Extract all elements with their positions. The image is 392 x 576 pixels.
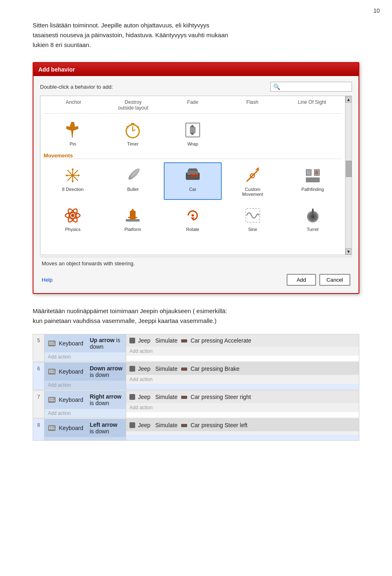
- jeep-icon-5: [129, 338, 135, 343]
- svg-rect-73: [51, 370, 52, 371]
- keyboard-icon-6: [48, 368, 56, 375]
- behavior-timer[interactable]: Timer: [104, 117, 162, 150]
- scrollbar-track: [345, 103, 352, 248]
- jeep-label-8: Jeep: [138, 422, 150, 428]
- wrap-label: Wrap: [187, 141, 198, 146]
- svg-rect-83: [49, 398, 50, 399]
- action-col-8: Jeep Simulate Car pressing Steer left: [126, 419, 359, 440]
- condition-add-7[interactable]: Add action: [45, 409, 126, 418]
- svg-rect-63: [52, 342, 53, 343]
- svg-point-25: [129, 168, 140, 178]
- scrollbar-thumb[interactable]: [346, 161, 352, 177]
- bullet-label: Bullet: [127, 187, 138, 192]
- behavior-scrollbar[interactable]: ▲ ▼: [345, 96, 352, 255]
- condition-main-7[interactable]: Keyboard Right arrow is down: [45, 391, 126, 409]
- svg-rect-62: [51, 342, 52, 343]
- event-row-8: 8 Keyboard: [33, 419, 359, 441]
- physics-label: Physics: [65, 227, 80, 232]
- scrollbar-down-button[interactable]: ▼: [345, 248, 352, 255]
- action-col-5: Jeep Simulate Car pressing Accelerate Ad…: [126, 334, 359, 361]
- condition-main-6[interactable]: Keyboard Down arrow is down: [45, 363, 126, 381]
- svg-rect-77: [53, 372, 55, 373]
- behavior-platform[interactable]: Platform: [104, 202, 162, 235]
- svg-marker-28: [187, 168, 198, 171]
- svg-rect-75: [49, 372, 50, 373]
- behavior-car[interactable]: Car: [164, 162, 222, 200]
- action-add-7[interactable]: Add action: [126, 403, 359, 412]
- turret-icon: [303, 206, 323, 225]
- action-add-8[interactable]: [126, 431, 359, 435]
- svg-rect-82: [49, 397, 55, 402]
- pin-label: Pin: [69, 141, 76, 146]
- svg-point-46: [71, 214, 74, 217]
- behavior-rotate[interactable]: Rotate: [164, 202, 222, 235]
- action-main-6[interactable]: Jeep Simulate Car pressing Brake: [126, 363, 359, 375]
- condition-add-6[interactable]: Add action: [45, 381, 126, 390]
- events-table: 5 Keyboard: [33, 334, 359, 441]
- svg-rect-96: [52, 426, 53, 428]
- condition-col-5: Keyboard Up arrow is down Add action: [45, 334, 126, 361]
- dialog-titlebar: Add behavior: [33, 63, 359, 76]
- page-number: 10: [373, 7, 380, 14]
- svg-rect-84: [51, 398, 52, 399]
- sine-label: Sine: [248, 227, 257, 232]
- svg-rect-72: [49, 370, 50, 371]
- svg-line-17: [73, 175, 78, 181]
- svg-rect-98: [51, 428, 53, 429]
- action-main-7[interactable]: Jeep Simulate Car pressing Steer right: [126, 391, 359, 403]
- svg-rect-86: [49, 400, 50, 401]
- turret-label: Turret: [307, 227, 318, 232]
- behavior-wrap[interactable]: Wrap: [164, 117, 222, 150]
- behavior-pathfinding[interactable]: B Pathfinding: [283, 162, 342, 200]
- behavior-custom-movement[interactable]: CustomMovement: [223, 162, 282, 200]
- condition-main-8[interactable]: Keyboard Left arrow is down: [45, 419, 126, 437]
- svg-rect-87: [51, 400, 53, 401]
- 8direction-label: 8 Direction: [62, 187, 84, 192]
- dialog-title: Add behavior: [38, 66, 75, 73]
- condition-add-8[interactable]: [45, 437, 126, 440]
- action-behavior-6: Car pressing Brake: [191, 365, 240, 372]
- behavior-pin[interactable]: Pin: [44, 117, 102, 150]
- jeep-icon-7: [129, 394, 135, 400]
- intro-paragraph: Sitten lisätään toiminnot. Jeepille auto…: [33, 20, 359, 50]
- scrollbar-up-button[interactable]: ▲: [345, 96, 352, 103]
- condition-add-5[interactable]: Add action: [45, 352, 126, 361]
- action-add-6[interactable]: Add action: [126, 375, 359, 384]
- condition-text-6: Down arrow is down: [90, 365, 122, 378]
- condition-col-8: Keyboard Left arrow is down: [45, 419, 126, 440]
- jeep-label-7: Jeep: [138, 394, 150, 400]
- jeep-label-5: Jeep: [138, 337, 150, 344]
- car-behavior-icon-8: [180, 421, 188, 429]
- svg-rect-99: [53, 428, 55, 429]
- behavior-8direction[interactable]: 8 Direction: [44, 162, 102, 200]
- jeep-label-6: Jeep: [138, 365, 150, 372]
- event-number-6: 6: [33, 363, 45, 390]
- action-add-5[interactable]: Add action: [126, 347, 359, 356]
- add-button[interactable]: Add: [287, 274, 316, 286]
- dialog-search-box[interactable]: 🔍: [270, 82, 352, 92]
- condition-main-5[interactable]: Keyboard Up arrow is down: [45, 334, 126, 352]
- col-header-los: Line Of Sight: [282, 99, 342, 111]
- timer-label: Timer: [127, 141, 138, 146]
- svg-rect-74: [52, 370, 53, 371]
- action-behavior-8: Car pressing Steer left: [191, 422, 247, 428]
- keyboard-label-8: Keyboard: [59, 425, 83, 431]
- action-behavior-7: Car pressing Steer right: [191, 394, 251, 400]
- svg-point-53: [192, 214, 194, 217]
- svg-rect-66: [53, 343, 55, 345]
- behaviors-top-row: Pin: [44, 117, 342, 150]
- behavior-physics[interactable]: Physics: [44, 202, 102, 235]
- wrap-icon: [183, 120, 203, 140]
- svg-marker-0: [67, 122, 78, 138]
- action-main-5[interactable]: Jeep Simulate Car pressing Accelerate: [126, 334, 359, 347]
- behavior-turret[interactable]: Turret: [283, 202, 342, 235]
- col-headers-row: Anchor Destroyoutside layout Fade Flash …: [44, 99, 342, 114]
- svg-rect-97: [49, 428, 50, 429]
- behavior-sine[interactable]: Sine: [223, 202, 282, 235]
- action-main-8[interactable]: Jeep Simulate Car pressing Steer left: [126, 419, 359, 431]
- behavior-bullet[interactable]: Bullet: [104, 162, 162, 200]
- svg-marker-20: [71, 168, 74, 170]
- help-link[interactable]: Help: [42, 277, 53, 283]
- dialog-search-label: Double-click a behavior to add:: [40, 84, 113, 90]
- cancel-button[interactable]: Cancel: [319, 274, 350, 286]
